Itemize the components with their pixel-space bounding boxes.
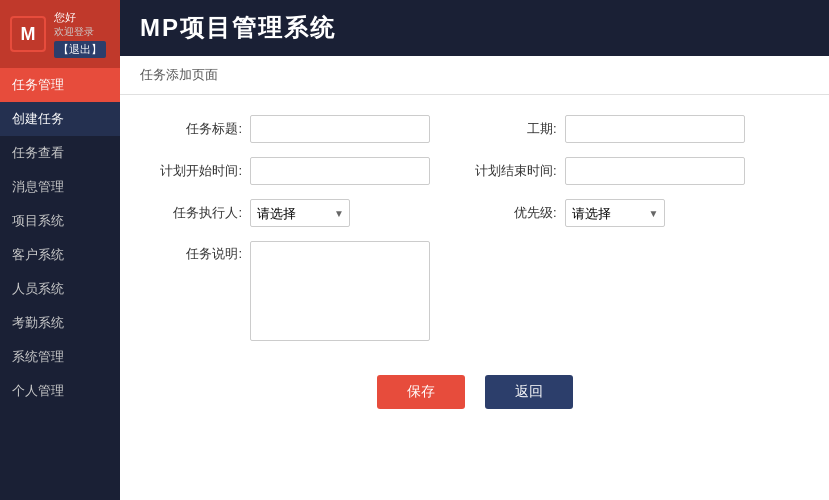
- form-actions: 保存 返回: [160, 375, 789, 429]
- task-title-input[interactable]: [250, 115, 430, 143]
- sidebar-item-customer-system[interactable]: 客户系统: [0, 238, 120, 272]
- sidebar: M 您好 欢迎登录 【退出】 任务管理 创建任务 任务查看 消息管理 项目系统 …: [0, 0, 120, 500]
- form-left-1: 任务标题:: [160, 115, 475, 143]
- task-form: 任务标题: 工期: 计划开始时间: 计划结束时间:: [120, 95, 829, 500]
- form-left-3: 任务执行人: 请选择 ▼: [160, 199, 475, 227]
- priority-label: 优先级:: [475, 204, 565, 222]
- plan-start-label: 计划开始时间:: [160, 162, 250, 180]
- sidebar-item-project-system[interactable]: 项目系统: [0, 204, 120, 238]
- sidebar-item-system-management[interactable]: 系统管理: [0, 340, 120, 374]
- breadcrumb: 任务添加页面: [120, 56, 829, 95]
- sidebar-logout-button[interactable]: 【退出】: [54, 41, 106, 58]
- description-textarea[interactable]: [250, 241, 430, 341]
- form-left-2: 计划开始时间:: [160, 157, 475, 185]
- sidebar-header: M 您好 欢迎登录 【退出】: [0, 0, 120, 68]
- main-header: MP项目管理系统: [120, 0, 829, 56]
- sidebar-nav: 任务管理 创建任务 任务查看 消息管理 项目系统 客户系统 人员系统 考勤系统 …: [0, 68, 120, 408]
- sidebar-greeting: 您好: [54, 10, 106, 25]
- sidebar-user-info: 您好 欢迎登录 【退出】: [54, 10, 106, 58]
- plan-start-input[interactable]: [250, 157, 430, 185]
- sidebar-item-create-task[interactable]: 创建任务: [0, 102, 120, 136]
- task-title-label: 任务标题:: [160, 120, 250, 138]
- sidebar-item-personal-management[interactable]: 个人管理: [0, 374, 120, 408]
- sidebar-item-task-view[interactable]: 任务查看: [0, 136, 120, 170]
- form-right-3: 优先级: 请选择 ▼: [475, 199, 790, 227]
- priority-select-wrap: 请选择 ▼: [565, 199, 665, 227]
- plan-end-label: 计划结束时间:: [475, 162, 565, 180]
- sidebar-item-attendance-system[interactable]: 考勤系统: [0, 306, 120, 340]
- app-title: MP项目管理系统: [140, 12, 336, 44]
- form-right-1: 工期:: [475, 115, 790, 143]
- form-right-2: 计划结束时间:: [475, 157, 790, 185]
- main-content: MP项目管理系统 任务添加页面 任务标题: 工期: 计划开始时间:: [120, 0, 829, 500]
- executor-select-wrap: 请选择 ▼: [250, 199, 350, 227]
- executor-label: 任务执行人:: [160, 204, 250, 222]
- form-row-4: 任务说明:: [160, 241, 789, 341]
- save-button[interactable]: 保存: [377, 375, 465, 409]
- form-row-2: 计划开始时间: 计划结束时间:: [160, 157, 789, 185]
- back-button[interactable]: 返回: [485, 375, 573, 409]
- sidebar-welcome: 欢迎登录: [54, 25, 106, 39]
- duration-input[interactable]: [565, 115, 745, 143]
- form-row-1: 任务标题: 工期:: [160, 115, 789, 143]
- priority-select[interactable]: 请选择: [565, 199, 665, 227]
- plan-end-input[interactable]: [565, 157, 745, 185]
- duration-label: 工期:: [475, 120, 565, 138]
- description-label: 任务说明:: [160, 241, 250, 263]
- sidebar-item-task-management[interactable]: 任务管理: [0, 68, 120, 102]
- main-body: 任务添加页面 任务标题: 工期: 计划开始时间:: [120, 56, 829, 500]
- sidebar-item-message-management[interactable]: 消息管理: [0, 170, 120, 204]
- executor-select[interactable]: 请选择: [250, 199, 350, 227]
- form-left-4: 任务说明:: [160, 241, 475, 341]
- sidebar-item-personnel-system[interactable]: 人员系统: [0, 272, 120, 306]
- sidebar-logo: M: [10, 16, 46, 52]
- form-row-3: 任务执行人: 请选择 ▼ 优先级: 请选择 ▼: [160, 199, 789, 227]
